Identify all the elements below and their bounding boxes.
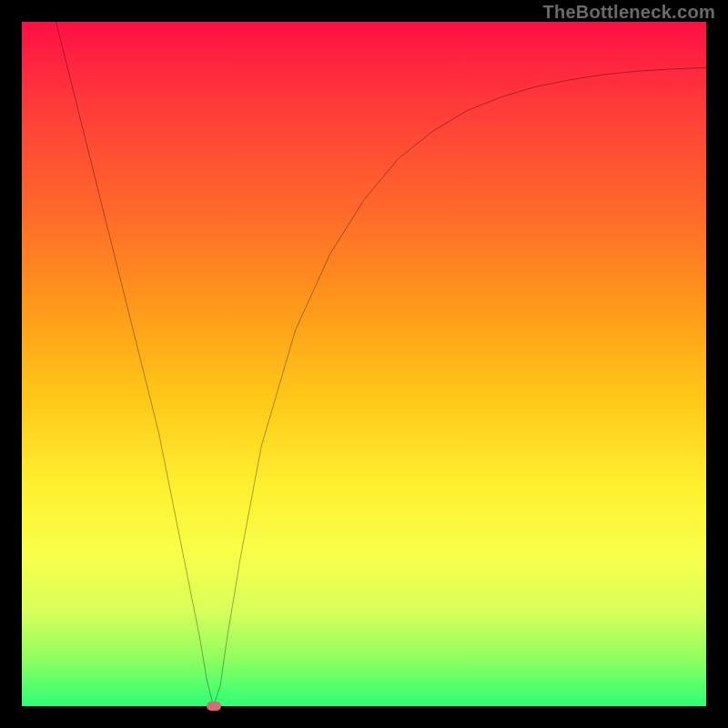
bottleneck-curve [22, 22, 706, 706]
attribution-label: TheBottleneck.com [542, 2, 715, 23]
chart-frame: TheBottleneck.com [0, 0, 728, 728]
optimal-point-marker [207, 702, 221, 711]
plot-area [22, 22, 706, 706]
